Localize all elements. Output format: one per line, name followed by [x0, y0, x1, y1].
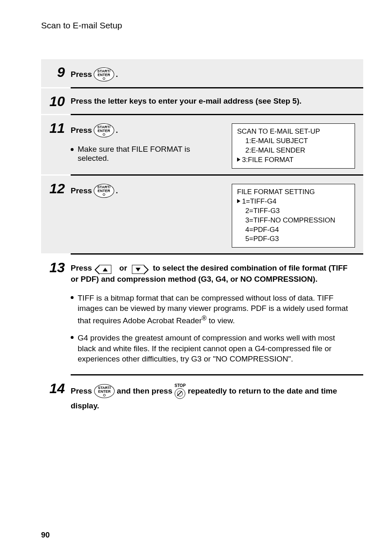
- down-arrow-icon: [132, 265, 144, 274]
- text: Press: [71, 264, 94, 272]
- step-9: 9 Press START/ ENTER .: [41, 59, 363, 87]
- bullet-icon: [71, 336, 74, 339]
- bullet-icon: [71, 148, 74, 151]
- start-enter-button-icon: START/ ENTER: [94, 384, 115, 398]
- step-14: 14 Press START/ ENTER and then press STO…: [41, 375, 363, 423]
- bullet-item: TIFF is a bitmap format that can be comp…: [71, 293, 355, 326]
- step-number: 12: [41, 181, 71, 248]
- pointer-icon: [237, 199, 240, 203]
- step-number: 13: [41, 260, 71, 364]
- step-number: 10: [41, 94, 71, 108]
- text: to select the desired combination of fil…: [71, 264, 348, 283]
- start-enter-button-icon: START/ ENTER: [94, 67, 114, 81]
- step-11: 11 Press START/ ENTER . Make sure that F…: [41, 115, 363, 174]
- bullet-icon: [71, 296, 74, 299]
- step-12: 12 Press START/ ENTER . FILE FORMAT SETT…: [41, 176, 363, 254]
- up-arrow-icon: [99, 265, 111, 274]
- page-header: Scan to E-mail Setup: [41, 21, 363, 30]
- step-number: 14: [41, 381, 71, 413]
- start-enter-button-icon: START/ ENTER: [94, 184, 114, 198]
- step-number: 9: [41, 65, 71, 81]
- press-label: Press: [71, 70, 92, 79]
- bullet-item: G4 provides the greatest amount of compr…: [71, 333, 355, 364]
- step-10: 10 Press the letter keys to enter your e…: [41, 88, 363, 114]
- bullet-item: Make sure that FILE FORMAT is selected.: [71, 145, 224, 163]
- period: .: [116, 70, 118, 79]
- step-10-text: Press the letter keys to enter your e-ma…: [71, 97, 355, 106]
- press-label: Press: [71, 186, 92, 195]
- stop-button-icon: STOP: [175, 384, 186, 399]
- display-box: SCAN TO E-MAIL SET-UP 1:E-MAIL SUBJECT 2…: [232, 123, 355, 169]
- press-label: Press: [71, 126, 92, 135]
- start-enter-button-icon: START/ ENTER: [94, 123, 114, 137]
- period: .: [116, 186, 118, 195]
- display-box: FILE FORMAT SETTING 1=TIFF-G4 2=TIFF-G3 …: [232, 184, 355, 248]
- text: and then press: [117, 387, 174, 395]
- text: Press: [71, 387, 94, 395]
- page-number: 90: [41, 531, 50, 540]
- text: or: [119, 264, 129, 272]
- period: .: [116, 126, 118, 135]
- pointer-icon: [237, 158, 240, 162]
- step-13: 13 Press or to select the desired combin…: [41, 255, 363, 374]
- step-number: 11: [41, 121, 71, 169]
